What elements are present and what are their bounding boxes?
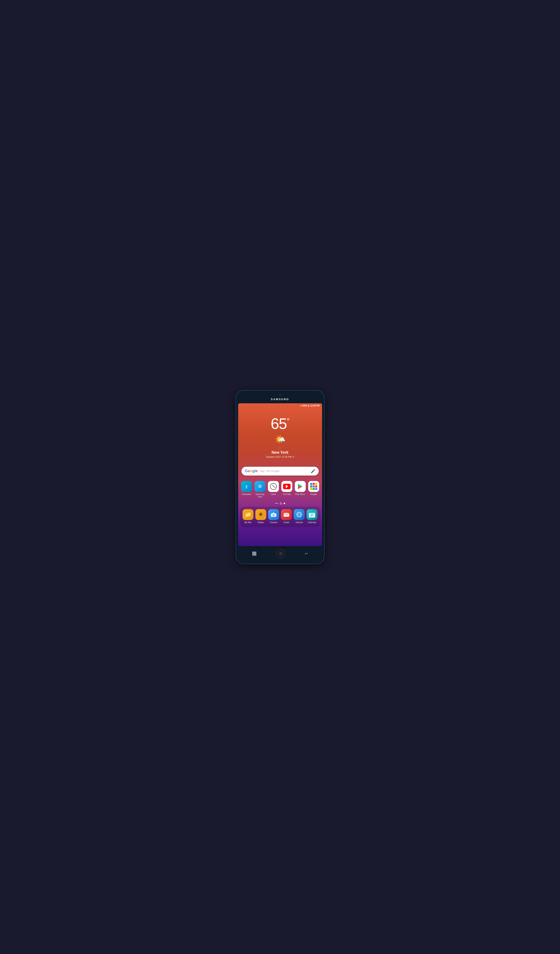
temperature-display: 65°	[242, 416, 318, 431]
screen: ▾ 100% ▮ 12:45 PM 65° 🌤️ 📍 New York Upda…	[238, 403, 322, 546]
clock-label: Clock	[271, 493, 276, 496]
app-calendar[interactable]: 27 Calendar	[306, 509, 318, 524]
device-nav: ⬜ ↩	[238, 546, 322, 560]
time-display: 12:45 PM	[310, 405, 319, 407]
youtube-label: YouTube	[283, 493, 291, 496]
internet-label: Internet	[296, 521, 303, 524]
google-logo: Google	[245, 469, 258, 473]
page-indicator-1	[275, 503, 278, 504]
microphone-icon[interactable]: 🎤	[311, 469, 315, 474]
camera-icon	[268, 509, 279, 520]
app-calculator[interactable]: ± Calculator	[241, 481, 252, 498]
app-clock[interactable]: Clock	[268, 481, 279, 498]
dock: 📁 My files ✳ Gallery	[240, 507, 320, 527]
clock-app-icon	[268, 481, 279, 492]
calculator-label: Calculator	[242, 493, 251, 496]
gallery-icon: ✳	[255, 509, 266, 520]
google-label: Google	[310, 493, 317, 496]
wifi-icon: ▾	[300, 405, 301, 407]
samsung-flow-icon: ⚙	[255, 481, 265, 492]
battery-icon: ▮	[308, 405, 310, 407]
svg-marker-3	[298, 486, 303, 489]
app-grid: ± Calculator ⚙ Samsung Flow C	[238, 479, 322, 500]
page-indicators	[238, 500, 322, 507]
app-email[interactable]: Email	[281, 509, 292, 524]
search-placeholder: Say "Ok Google"	[260, 469, 311, 472]
app-camera[interactable]: Camera	[268, 509, 280, 524]
email-label: Email	[284, 521, 289, 524]
status-bar: ▾ 100% ▮ 12:45 PM	[238, 403, 322, 408]
status-icons: ▾ 100% ▮ 12:45 PM	[300, 405, 320, 407]
device-frame: SAMSUNG ▾ 100% ▮ 12:45 PM 65° 🌤️ 📍 New Y…	[236, 391, 324, 564]
camera-label: Camera	[270, 521, 277, 524]
app-my-files[interactable]: 📁 My files	[242, 509, 254, 524]
my-files-icon: 📁	[243, 509, 254, 520]
svg-point-6	[273, 514, 274, 516]
location-pin-icon: 📍	[242, 447, 318, 449]
calendar-icon: 27	[306, 509, 317, 520]
city-name: New York	[242, 450, 318, 455]
play-store-label: Play Store	[295, 493, 305, 496]
home-button[interactable]	[276, 549, 285, 558]
back-button[interactable]: ↩	[305, 551, 308, 556]
google-search-bar[interactable]: Google Say "Ok Google" 🎤	[241, 467, 319, 475]
email-icon	[281, 509, 292, 520]
calendar-label: Calendar	[308, 521, 316, 524]
page-indicator-3	[284, 503, 285, 504]
weather-widget: 65° 🌤️ 📍 New York Updated 10/27 12:45 PM…	[238, 408, 322, 463]
app-play-store[interactable]: Play Store	[294, 481, 306, 498]
battery-percent: 100%	[302, 405, 308, 407]
front-camera	[280, 394, 281, 396]
app-samsung-flow[interactable]: ⚙ Samsung Flow	[254, 481, 266, 498]
my-files-label: My files	[244, 521, 252, 524]
calculator-icon: ±	[241, 481, 252, 492]
app-internet[interactable]: Internet	[294, 509, 305, 524]
google-app-icon	[308, 481, 319, 492]
recents-button[interactable]: ⬜	[252, 551, 257, 556]
samsung-flow-label: Samsung Flow	[254, 493, 266, 498]
svg-rect-7	[272, 513, 275, 514]
app-google[interactable]: Google	[308, 481, 320, 498]
svg-rect-8	[275, 514, 276, 514]
app-youtube[interactable]: YouTube	[281, 481, 293, 498]
app-gallery[interactable]: ✳ Gallery	[255, 509, 267, 524]
youtube-icon	[282, 481, 292, 492]
weather-condition-icon: 🌤️	[242, 434, 318, 444]
updated-time: Updated 10/27 12:45 PM ↺	[242, 455, 318, 458]
page-indicator-home	[280, 502, 282, 505]
brand-label: SAMSUNG	[238, 396, 322, 403]
play-store-icon	[295, 481, 306, 492]
gallery-label: Gallery	[257, 521, 264, 524]
internet-icon	[294, 509, 305, 520]
